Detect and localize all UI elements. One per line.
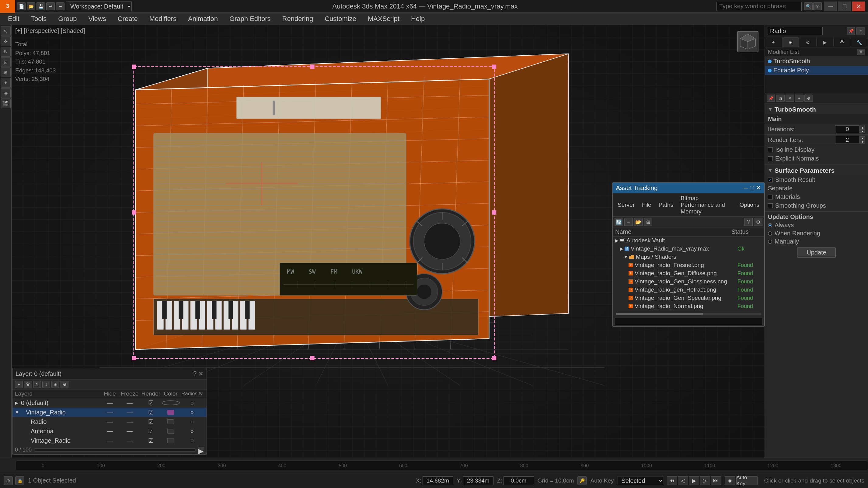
object-name-field[interactable]: Radio [768,27,823,35]
at-row-refract[interactable]: P Vintage_radio_gen_Refract.png Found [613,286,764,294]
layer-color-radio[interactable] [167,419,174,424]
layer-radio-antenna[interactable]: ○ [180,428,204,435]
remove-mod-btn[interactable]: ✕ [785,95,794,102]
layers-help-btn[interactable]: ? [193,370,196,377]
iter-up[interactable]: ▲ [860,126,865,129]
select-tool[interactable]: ↖ [1,26,11,36]
pin-icon[interactable]: 📌 [847,27,855,35]
search-input[interactable] [716,2,802,11]
layer-new-btn[interactable]: + [15,381,23,388]
at-minimize-btn[interactable]: ─ [744,184,748,192]
set-key-btn[interactable]: ◆ [725,477,735,485]
at-help-btn[interactable]: ? [744,218,753,226]
snap-tool[interactable]: ⊕ [1,67,11,77]
at-maximize-btn[interactable]: □ [750,184,754,192]
workspace-dropdown[interactable]: Workspace: Default [66,2,132,11]
save-btn[interactable]: 💾 [36,2,45,10]
menu-customize[interactable]: Customize [319,14,362,24]
navigation-cube[interactable] [734,28,762,55]
riter-down[interactable]: ▼ [860,140,865,143]
layer-freeze-antenna[interactable]: — [119,428,140,435]
key-lock-btn[interactable]: 🔑 [578,477,587,485]
explicit-normals-check[interactable] [768,156,773,161]
layer-radio-default[interactable]: ○ [180,399,204,406]
more-icon[interactable]: ≡ [857,27,865,35]
layer-delete-btn[interactable]: 🗑 [24,381,32,388]
y-coord-input[interactable] [463,477,494,485]
layer-highlight-btn[interactable]: ◈ [52,381,59,388]
tab-create[interactable]: ✦ [765,37,782,47]
at-grid-btn[interactable]: ⊞ [644,218,652,226]
show-end-btn[interactable]: ◑ [776,95,785,102]
layers-close-btn[interactable]: ✕ [198,370,204,377]
redo-btn[interactable]: ↪ [56,2,64,10]
selected-dropdown[interactable]: Selected [618,476,663,485]
menu-tools[interactable]: Tools [26,14,52,24]
layer-freeze-default[interactable]: — [119,399,140,406]
layer-hide-radio[interactable]: — [101,418,119,425]
at-resolve-btn[interactable]: 📂 [634,218,643,226]
layer-color-vr2[interactable] [167,438,174,443]
close-button[interactable]: ✕ [852,2,865,11]
layer-freeze-vr2[interactable]: — [119,437,140,444]
move-tool[interactable]: ✛ [1,36,11,46]
layer-settings-btn[interactable]: ⚙ [61,381,68,388]
prev-key-btn[interactable]: ◁ [678,477,688,485]
layer-color-vintage[interactable] [167,410,174,415]
layer-color-antenna[interactable] [167,429,174,433]
menu-edit[interactable]: Edit [2,14,25,24]
update-button[interactable]: Update [797,248,836,258]
layer-radio-vintage[interactable]: ○ [180,409,204,416]
iterations-input[interactable] [835,125,860,133]
layer-render-vr2[interactable]: ☑ [140,437,161,444]
open-btn[interactable]: 📂 [27,2,35,10]
modifier-list-dropdown[interactable]: ▼ [857,48,865,55]
iter-down[interactable]: ▼ [860,129,865,133]
create-tool[interactable]: ✦ [1,78,11,88]
maximize-button[interactable]: □ [838,2,851,11]
layer-hide-vintage[interactable]: — [101,409,119,416]
modifier-turbosm[interactable]: TurboSmooth [765,57,868,66]
at-row-glossiness[interactable]: P Vintage_radio_Gen_Glossiness.png Found [613,278,764,286]
at-refresh-btn[interactable]: 🔄 [615,218,623,226]
smoothing-groups-check[interactable] [768,203,773,208]
menu-help[interactable]: Help [406,14,430,24]
at-row-normal[interactable]: P Vintage_radio_Normal.png Found [613,302,764,311]
tab-modify[interactable]: ⊞ [782,37,800,47]
at-row-diffuse[interactable]: P Vintage_radio_Gen_Diffuse.png Found [613,269,764,278]
at-menu-file[interactable]: File [639,201,654,209]
surface-params-rollout[interactable]: ▼ Surface Parameters [765,166,868,175]
play-btn[interactable]: ▶ [689,477,699,485]
layer-row-vintageradio[interactable]: ▼ Vintage_Radio — — ☑ ○ [12,408,207,417]
at-row-vault[interactable]: ▶ 🏛 Autodesk Vault [613,236,764,245]
layer-hide-antenna[interactable]: — [101,428,119,435]
layer-render-antenna[interactable]: ☑ [140,427,161,435]
at-hscroll[interactable] [616,313,761,315]
layer-move-btn[interactable]: ↕ [42,381,50,388]
at-row-maxfile[interactable]: ▶ M Vintage_Radio_max_vray.max Ok [613,245,764,253]
when-rendering-radio[interactable] [768,231,772,236]
goto-end-btn[interactable]: ⏭ [711,477,721,485]
layer-radio-vr2[interactable]: ○ [180,437,204,444]
at-maps-expand[interactable]: ▼ [624,255,628,259]
at-maxfile-expand[interactable]: ▶ [620,246,623,251]
at-vault-expand[interactable]: ▶ [615,238,619,243]
snap-icon[interactable]: ⊕ [4,477,13,485]
at-settings-btn[interactable]: ⚙ [754,218,763,226]
scale-tool[interactable]: ⊡ [1,57,11,67]
menu-graph-editors[interactable]: Graph Editors [224,14,276,24]
at-menu-paths[interactable]: Paths [656,201,677,209]
menu-rendering[interactable]: Rendering [277,14,319,24]
pin-stack-btn[interactable]: 📌 [767,95,775,102]
cube-face[interactable] [737,31,758,52]
layer-row-vr2[interactable]: Vintage_Radio — — ☑ ○ [12,436,207,446]
at-row-maps[interactable]: ▼ Maps / Shaders [613,253,764,261]
layer-row-default[interactable]: ▶ 0 (default) — — ☑ ○ [12,398,207,408]
layer-expand-default[interactable]: ▶ [15,400,21,405]
tab-motion[interactable]: ▶ [816,37,834,47]
materials-check[interactable] [768,195,773,199]
at-menu-bitmap[interactable]: Bitmap Performance and Memory [678,194,735,216]
auto-key-btn[interactable]: Auto Key [736,477,757,485]
at-list-btn[interactable]: ≡ [624,218,633,226]
at-row-fresnel[interactable]: P Vintage_radio_Fresnel.png Found [613,261,764,269]
